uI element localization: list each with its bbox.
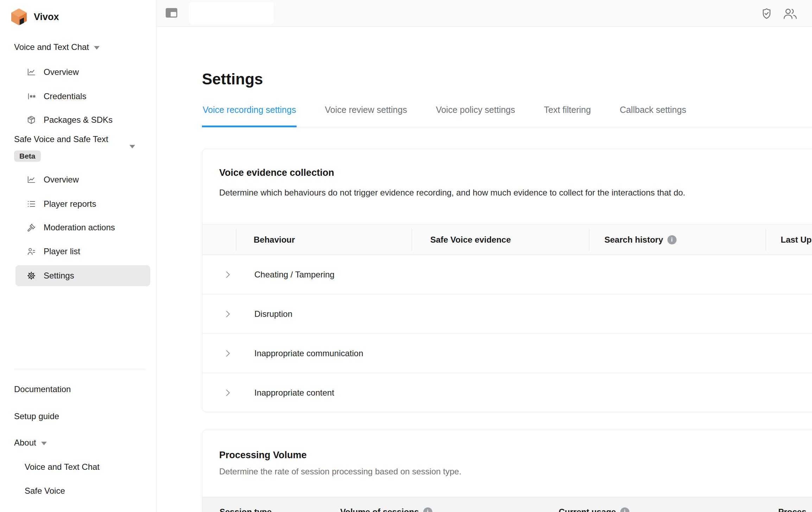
card-description: Determine which behaviours do not trigge…: [219, 188, 685, 198]
row-label: Disruption: [254, 309, 292, 319]
sidebar-link-setup-guide[interactable]: Setup guide: [14, 411, 59, 421]
processing-table-header: Session type Volume of sessions Current …: [202, 497, 812, 512]
tab-voice-recording-settings[interactable]: Voice recording settings: [202, 103, 297, 127]
column-header-processing: Proces: [778, 507, 806, 512]
sidebar-toggle-button[interactable]: [165, 8, 178, 20]
sidebar-item-label: Player list: [44, 247, 80, 256]
sidebar-item-label: Overview: [44, 175, 79, 185]
section-label: Safe Voice and Safe Text: [14, 134, 108, 144]
line-chart-icon: [27, 175, 36, 184]
sidebar-item-player-reports[interactable]: Player reports: [15, 193, 150, 215]
sidebar-divider: [14, 369, 145, 369]
column-divider: [589, 229, 589, 251]
sidebar-item-label: Settings: [44, 271, 74, 281]
sidebar-toggle-icon: [165, 8, 178, 18]
column-divider: [236, 229, 236, 251]
column-label: Behaviour: [254, 235, 295, 245]
gear-icon: [27, 271, 36, 280]
tab-text-filtering[interactable]: Text filtering: [543, 103, 591, 127]
column-label: Session type: [220, 507, 272, 512]
vivox-cube-icon: [11, 8, 27, 26]
privacy-button[interactable]: [760, 7, 773, 22]
link-label: About: [14, 438, 36, 448]
tab-voice-review-settings[interactable]: Voice review settings: [324, 103, 407, 127]
tab-voice-policy-settings[interactable]: Voice policy settings: [435, 103, 516, 127]
column-header-session-type: Session type: [220, 507, 272, 512]
column-header-behaviour: Behaviour: [254, 225, 295, 255]
topbar: [157, 0, 812, 27]
main-content: Settings Voice recording settings Voice …: [157, 27, 812, 512]
row-label: Inappropriate content: [254, 388, 334, 398]
sidebar-link-documentation[interactable]: Documentation: [14, 384, 71, 394]
chevron-down-icon[interactable]: [129, 145, 135, 148]
section-label: Voice and Text Chat: [14, 42, 89, 52]
column-header-volume-of-sessions: Volume of sessions: [340, 507, 432, 512]
row-label: Cheating / Tampering: [254, 270, 335, 280]
behaviour-row-cheating-tampering[interactable]: Cheating / Tampering: [202, 255, 812, 294]
sidebar-item-overview[interactable]: Overview: [15, 62, 150, 83]
behaviour-row-inappropriate-content[interactable]: Inappropriate content: [202, 373, 812, 412]
sidebar-item-moderation-actions[interactable]: Moderation actions: [15, 217, 150, 238]
sidebar-item-label: Credentials: [44, 91, 86, 101]
column-label: Last Up: [781, 235, 812, 245]
account-button[interactable]: [783, 8, 798, 21]
sidebar-link-about[interactable]: About: [14, 438, 47, 448]
column-header-last-updated: Last Up: [781, 225, 812, 255]
info-icon[interactable]: [620, 507, 629, 512]
chevron-right-icon[interactable]: [226, 270, 230, 279]
voice-evidence-collection-card: Voice evidence collection Determine whic…: [202, 149, 812, 412]
sidebar-item-label: Player reports: [44, 199, 96, 209]
sidebar-section-voice-text-chat[interactable]: Voice and Text Chat: [14, 42, 100, 52]
settings-tabs: Voice recording settings Voice review se…: [202, 103, 812, 127]
info-icon[interactable]: [667, 235, 677, 244]
column-label: Proces: [778, 507, 806, 512]
link-label: Safe Voice: [25, 486, 65, 495]
sidebar: Vivox Voice and Text Chat Overview Crede…: [0, 0, 157, 512]
tab-callback-settings[interactable]: Callback settings: [619, 103, 687, 127]
column-label: Safe Voice evidence: [430, 235, 511, 245]
topbar-placeholder-pill[interactable]: [189, 2, 274, 24]
sidebar-item-label: Overview: [44, 67, 79, 77]
brand-logo-row[interactable]: Vivox: [11, 8, 59, 26]
shield-check-icon: [760, 7, 773, 20]
processing-volume-card: Processing Volume Determine the rate of …: [202, 430, 812, 512]
link-label: Setup guide: [14, 411, 59, 421]
column-header-safe-voice-evidence: Safe Voice evidence: [430, 225, 511, 255]
chevron-right-icon[interactable]: [226, 389, 230, 397]
column-header-search-history: Search history: [604, 225, 677, 255]
player-list-icon: [27, 247, 36, 256]
users-icon: [783, 8, 798, 19]
behaviour-row-inappropriate-communication[interactable]: Inappropriate communication: [202, 334, 812, 373]
beta-badge: Beta: [14, 151, 41, 162]
link-label: Voice and Text Chat: [25, 462, 100, 472]
sidebar-item-label: Moderation actions: [44, 223, 115, 232]
sidebar-item-label: Packages & SDKs: [44, 115, 113, 125]
chevron-right-icon[interactable]: [226, 310, 230, 318]
sidebar-item-packages-sdks[interactable]: Packages & SDKs: [15, 109, 150, 130]
gavel-icon: [27, 223, 36, 232]
sidebar-item-settings[interactable]: Settings: [15, 265, 150, 286]
column-divider: [412, 229, 412, 251]
column-label: Volume of sessions: [340, 507, 419, 512]
sidebar-item-player-list[interactable]: Player list: [15, 241, 150, 262]
sidebar-section-safe-voice-text[interactable]: Safe Voice and Safe Text: [14, 134, 108, 144]
list-icon: [27, 199, 36, 209]
column-label: Current usage: [559, 507, 616, 512]
card-title: Processing Volume: [219, 450, 307, 461]
sidebar-link-about-safe-voice[interactable]: Safe Voice: [25, 486, 65, 496]
sidebar-item-credentials[interactable]: Credentials: [15, 86, 150, 107]
sidebar-link-about-voice-text-chat[interactable]: Voice and Text Chat: [25, 462, 100, 472]
row-label: Inappropriate communication: [254, 348, 363, 358]
sidebar-item-sv-overview[interactable]: Overview: [15, 169, 150, 190]
page-title: Settings: [202, 70, 263, 88]
chevron-down-icon: [94, 46, 100, 50]
chevron-right-icon[interactable]: [226, 349, 230, 358]
behaviour-row-disruption[interactable]: Disruption: [202, 294, 812, 334]
card-title: Voice evidence collection: [219, 167, 334, 178]
package-icon: [27, 115, 36, 124]
app-window: Vivox Voice and Text Chat Overview Crede…: [0, 0, 812, 512]
line-chart-icon: [27, 68, 36, 77]
column-divider: [766, 229, 766, 251]
info-icon[interactable]: [423, 507, 432, 512]
link-label: Documentation: [14, 384, 71, 394]
